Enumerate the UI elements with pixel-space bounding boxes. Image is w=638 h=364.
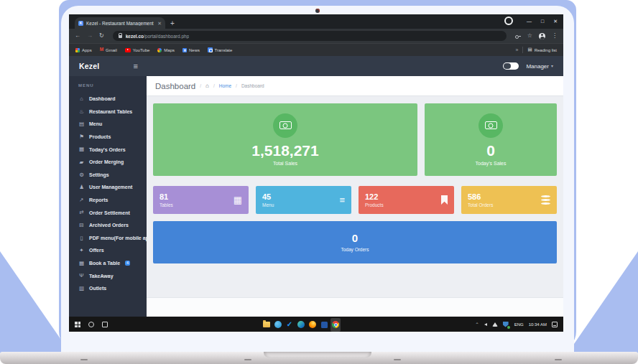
sidebar-item-takeaway[interactable]: Ψ TakeAway [69, 269, 147, 282]
sidebar-item-archived-orders[interactable]: ⊟ Archived Orders [69, 219, 147, 232]
bookmark-maps[interactable]: Maps [157, 48, 175, 52]
window-maximize-button[interactable]: □ [541, 19, 544, 24]
user-menu-label: Manager [526, 63, 549, 70]
network-icon[interactable] [492, 322, 498, 327]
sidebar-item-offers[interactable]: ✦ Offers [69, 244, 147, 257]
chrome-browser-icon[interactable] [330, 318, 341, 332]
sidebar-item-settings[interactable]: ⚙ Settings [69, 169, 147, 182]
database-icon [541, 195, 550, 205]
start-button-icon[interactable] [75, 322, 80, 327]
webcam-dot [315, 9, 320, 13]
user-menu[interactable]: Manager ▾ [526, 63, 553, 70]
table-grid-icon: ▦ [234, 195, 242, 205]
app-header: Kezel ≡ Manager ▾ [69, 56, 563, 76]
bookmark-gmail[interactable]: M Gmail [100, 47, 117, 52]
sidebar-item-pdf-menu[interactable]: ▯ PDF menu(For mobile app) [69, 232, 147, 245]
window-close-button[interactable]: ✕ [553, 19, 558, 24]
sidebar-item-book-a-table[interactable]: ▦ Book a Table 4 [69, 257, 147, 270]
sidebar-item-products[interactable]: ⚑ Products [69, 131, 147, 144]
recorder-icon[interactable] [504, 17, 513, 25]
bookmarks-overflow-icon[interactable]: » [516, 47, 519, 52]
money-icon-circle [478, 113, 503, 138]
firefox-glyph [309, 321, 316, 328]
clock[interactable]: 10:34 AM [529, 322, 547, 327]
password-key-icon[interactable] [515, 34, 521, 38]
bookmark-youtube[interactable]: YouTube [125, 48, 150, 52]
window-controls: — □ ✕ [504, 14, 558, 27]
bookmark-label: Maps [164, 48, 175, 52]
browser-tab-strip: K Kezel - Restaurant Management ✕ + — □ … [69, 14, 563, 29]
breadcrumb: Dashboard / ⌂ / Home / Dashboard [147, 76, 563, 96]
bookmark-label: News [189, 48, 200, 52]
new-tab-button[interactable]: + [170, 19, 175, 29]
sidebar-item-restaurant-tables[interactable]: ♨ Restaurant Tables [69, 106, 147, 118]
money-bill-icon [485, 121, 497, 129]
bookmark-label: Gmail [106, 48, 117, 52]
tab-close-icon[interactable]: ✕ [157, 21, 162, 26]
reading-list-button[interactable]: ▤ Reading list [527, 47, 557, 52]
bookmark-translate[interactable]: Translate [208, 47, 232, 52]
lock-icon [119, 35, 122, 38]
back-button[interactable]: ← [75, 33, 80, 39]
sidebar-item-dashboard[interactable]: ⌂ Dashboard [69, 93, 147, 106]
sidebar-item-user-management[interactable]: ♟ User Management [69, 181, 147, 194]
sidebar-item-menu[interactable]: ▤ Menu [69, 118, 147, 131]
user-icon: ♟ [78, 185, 85, 190]
browser-toolbar: ← → ↻ kezel.co/portal/dashboard.php ☆ ⋮ [69, 29, 563, 43]
forward-button[interactable]: → [87, 33, 93, 39]
sidebar-section-label: MENU [78, 83, 147, 88]
edge-browser-icon[interactable] [296, 318, 306, 332]
language-indicator[interactable]: ENG [514, 322, 524, 327]
bookmarks-bar: Apps M Gmail YouTube Maps News [69, 43, 563, 56]
chevron-down-icon: ▾ [551, 64, 553, 68]
reload-button[interactable]: ↻ [99, 33, 104, 39]
system-tray: ⌃ ENG 10:34 AM [476, 322, 558, 328]
tables-icon: ♨ [78, 109, 85, 115]
task-view-icon[interactable] [102, 322, 108, 327]
tray-expand-icon[interactable]: ⌃ [476, 322, 479, 327]
exchange-icon: ⇄ [78, 210, 85, 215]
browser-menu-icon[interactable]: ⋮ [552, 33, 558, 39]
sidebar-item-order-settlement[interactable]: ⇄ Order Settlement [69, 206, 147, 219]
firefox-browser-icon[interactable] [308, 318, 318, 332]
volume-icon[interactable] [484, 323, 487, 326]
orders-grid-icon: ▦ [78, 146, 85, 152]
cortana-icon[interactable] [88, 322, 94, 327]
check-app-icon[interactable]: ✓ [285, 318, 295, 332]
action-center-icon[interactable] [552, 322, 558, 327]
blue-app-icon[interactable] [319, 318, 329, 332]
bookmark-news[interactable]: News [182, 48, 200, 52]
bookmark-apps[interactable]: Apps [75, 48, 92, 52]
main-content: Dashboard / ⌂ / Home / Dashboard [147, 76, 563, 317]
menu-lines-icon: ≡ [339, 195, 345, 205]
address-bar[interactable]: kezel.co/portal/dashboard.php [113, 31, 507, 41]
window-minimize-button[interactable]: — [527, 19, 532, 24]
sidebar-item-todays-orders[interactable]: ▦ Today's Orders [69, 143, 147, 156]
laptop-base-notch [264, 352, 371, 358]
gmail-icon: M [100, 47, 103, 52]
tables-stat-card: 81Tables ▦ [153, 186, 249, 214]
profile-avatar-icon[interactable] [539, 33, 545, 39]
total-sales-card: 1,518,271 Total Sales [153, 103, 417, 176]
file-explorer-icon[interactable] [262, 318, 272, 332]
dashboard-content: 1,518,271 Total Sales 0 Today's Sales [147, 96, 563, 263]
laptop-foot [394, 359, 401, 360]
shop-status-toggle[interactable] [503, 62, 519, 70]
taskbar-apps: ✓ [262, 317, 341, 332]
breadcrumb-home-link[interactable]: Home [219, 83, 231, 88]
tab-title: Kezel - Restaurant Management [86, 21, 154, 26]
stat-text: 45Menu [262, 192, 274, 207]
today-orders-card: 0 Today Orders [153, 221, 557, 263]
bookmark-star-icon[interactable]: ☆ [527, 33, 532, 39]
browser-tab[interactable]: K Kezel - Restaurant Management ✕ [75, 17, 165, 29]
sidebar-item-outlets[interactable]: ▥ Outlets [69, 282, 147, 295]
app-body: MENU ⌂ Dashboard ♨ Restaurant Tables ▤ M… [69, 76, 563, 317]
sidebar-item-reports[interactable]: ↗ Reports [69, 194, 147, 207]
security-shield-icon[interactable] [503, 322, 509, 328]
sidebar-toggle-icon[interactable]: ≡ [134, 62, 138, 70]
sidebar-item-order-merging[interactable]: ▰ Order Merging [69, 156, 147, 169]
messenger-app-icon[interactable] [273, 318, 283, 332]
tables-label: Tables [160, 202, 173, 207]
home-icon[interactable]: ⌂ [205, 83, 209, 89]
tab-favicon-icon: K [78, 21, 83, 26]
